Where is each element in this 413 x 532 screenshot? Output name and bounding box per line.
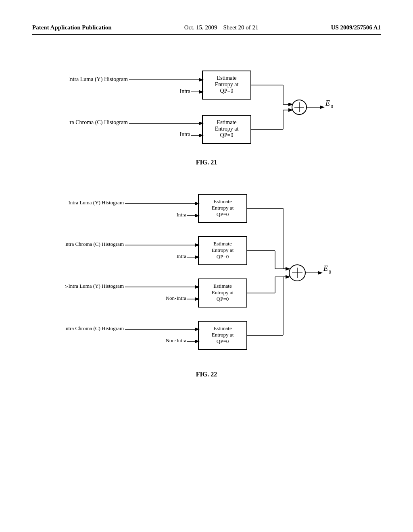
svg-text:Entropy at: Entropy at <box>212 332 234 338</box>
svg-text:Non-Intra Luma (Y) Histogram: Non-Intra Luma (Y) Histogram <box>65 283 124 289</box>
svg-text:Non-Intra: Non-Intra <box>166 295 186 301</box>
header-date: Oct. 15, 2009 <box>184 24 217 31</box>
fig22-section: Estimate Entropy at QP=0 Estimate Entrop… <box>32 190 381 378</box>
header-sheet: Sheet 20 of 21 <box>223 24 258 31</box>
svg-text:Non-Intra: Non-Intra <box>166 337 186 343</box>
svg-text:Estimate: Estimate <box>213 283 232 289</box>
svg-text:QP=0: QP=0 <box>217 211 229 217</box>
svg-text:Estimate: Estimate <box>213 241 232 247</box>
svg-text:E: E <box>323 264 328 272</box>
fig21-diagram: Estimate Entropy at QP=0 Estimate Entrop… <box>69 59 344 152</box>
svg-text:Intra Luma (Y) Histogram: Intra Luma (Y) Histogram <box>69 76 128 83</box>
svg-text:QP=0: QP=0 <box>217 338 229 344</box>
header-title: Patent Application Publication <box>32 24 112 31</box>
svg-text:Entropy at: Entropy at <box>212 205 234 211</box>
svg-text:Estimate: Estimate <box>217 119 237 125</box>
page-header: Patent Application Publication Oct. 15, … <box>32 24 381 35</box>
svg-text:Estimate: Estimate <box>213 198 232 204</box>
svg-text:Intra Chroma (C) Histogram: Intra Chroma (C) Histogram <box>69 119 128 126</box>
svg-text:QP=0: QP=0 <box>220 88 234 94</box>
svg-text:Entropy at: Entropy at <box>212 247 234 253</box>
svg-text:Intra: Intra <box>176 253 186 259</box>
header-date-sheet: Oct. 15, 2009 Sheet 20 of 21 <box>184 24 259 31</box>
fig21-label: FIG. 21 <box>196 159 217 166</box>
svg-text:Estimate: Estimate <box>217 75 237 81</box>
svg-text:0: 0 <box>329 269 331 275</box>
fig22-label: FIG. 22 <box>196 371 217 378</box>
fig22-diagram: Estimate Entropy at QP=0 Estimate Entrop… <box>65 190 348 364</box>
svg-text:Entropy at: Entropy at <box>215 81 239 87</box>
svg-text:QP=0: QP=0 <box>220 132 234 138</box>
svg-text:Intra: Intra <box>180 131 191 137</box>
svg-text:Intra: Intra <box>176 212 186 218</box>
svg-text:Intra Chroma (C) Histogram: Intra Chroma (C) Histogram <box>65 241 124 247</box>
svg-text:Entropy at: Entropy at <box>212 289 234 295</box>
svg-text:E: E <box>325 99 330 107</box>
svg-text:Intra Luma (Y) Histogram: Intra Luma (Y) Histogram <box>68 200 124 206</box>
svg-text:Non-Intra Chroma (C) Histogram: Non-Intra Chroma (C) Histogram <box>65 325 124 331</box>
svg-text:QP=0: QP=0 <box>217 254 229 260</box>
svg-text:QP=0: QP=0 <box>217 296 229 302</box>
page: Patent Application Publication Oct. 15, … <box>0 0 413 532</box>
svg-text:Entropy at: Entropy at <box>215 126 239 132</box>
svg-text:Intra: Intra <box>180 88 191 94</box>
fig21-section: Estimate Entropy at QP=0 Estimate Entrop… <box>32 59 381 166</box>
svg-text:0: 0 <box>331 104 333 109</box>
header-patent-number: US 2009/257506 A1 <box>331 24 381 31</box>
svg-text:Estimate: Estimate <box>213 325 232 331</box>
